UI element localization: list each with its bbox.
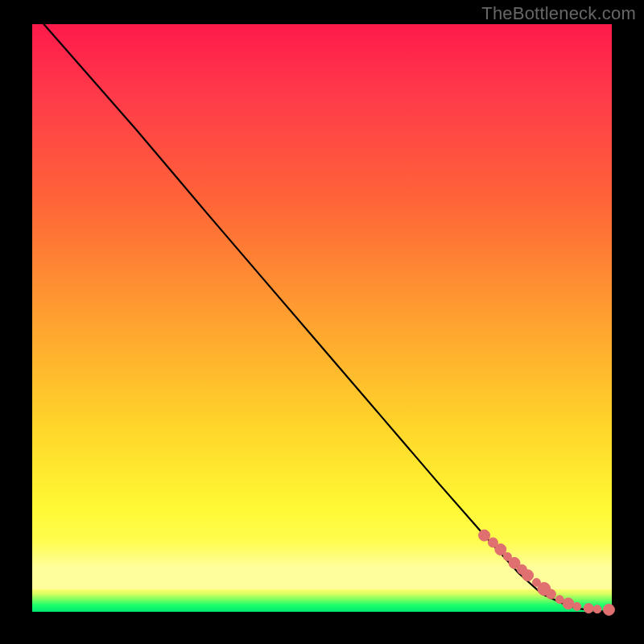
chart-svg: [32, 24, 612, 612]
plot-area: [32, 24, 612, 612]
scatter-dot: [573, 602, 581, 610]
scatter-dots: [479, 530, 615, 615]
bottleneck-curve: [43, 24, 612, 612]
scatter-dot: [479, 530, 490, 541]
scatter-dot: [546, 589, 555, 599]
scatter-dot: [522, 570, 534, 581]
chart-stage: TheBottleneck.com: [0, 0, 644, 644]
scatter-dot: [603, 604, 614, 615]
watermark-text: TheBottleneck.com: [481, 3, 636, 24]
scatter-dot: [593, 605, 601, 613]
scatter-dot: [584, 604, 593, 613]
scatter-dot: [563, 598, 574, 609]
